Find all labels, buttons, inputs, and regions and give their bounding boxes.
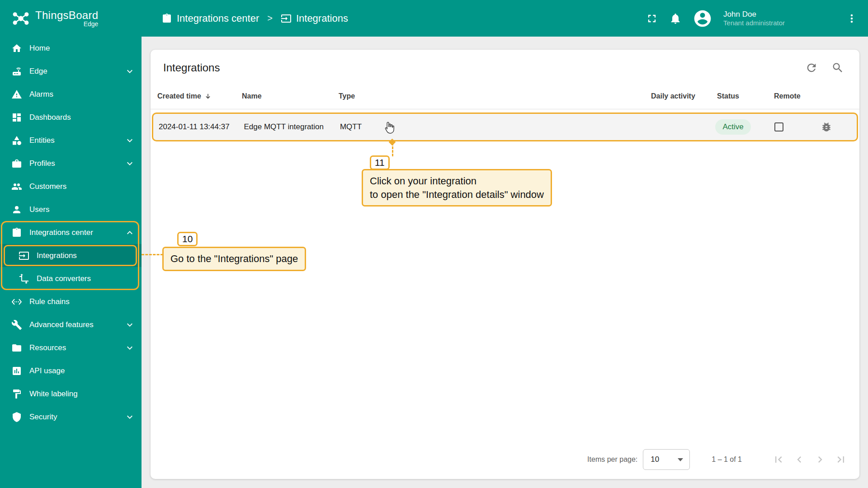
sidebar-item-white-labeling[interactable]: White labeling: [0, 382, 142, 405]
sidebar-item-users[interactable]: Users: [0, 198, 142, 221]
fullscreen-icon: [646, 12, 658, 25]
sidebar-item-api-usage[interactable]: API usage: [0, 359, 142, 382]
cell-name: Edge MQTT integration: [244, 122, 340, 131]
debug-button[interactable]: [821, 121, 832, 133]
breadcrumb-integrations[interactable]: Integrations: [281, 13, 348, 24]
users-icon: [11, 204, 22, 215]
remote-checkbox[interactable]: [774, 122, 783, 131]
table-header-row: Created time Name Type Daily activity St…: [151, 74, 859, 109]
sidebar-item-integrations[interactable]: Integrations: [0, 244, 142, 267]
sidebar-item-label: Entities: [29, 136, 55, 145]
column-header-status: Status: [717, 92, 774, 100]
integrations-center-icon: [161, 13, 172, 24]
sidebar-item-label: Users: [29, 205, 49, 214]
sidebar-item-edge[interactable]: Edge: [0, 60, 142, 83]
chevron-right-icon: [814, 453, 826, 466]
edge-icon: [11, 66, 22, 77]
sidebar-item-label: Security: [29, 413, 57, 422]
cell-created-time: 2024-01-11 13:44:37: [153, 122, 244, 131]
cell-status: Active: [715, 119, 772, 135]
refresh-icon: [805, 61, 818, 74]
sort-desc-arrow-icon: [204, 92, 212, 100]
security-shield-icon: [11, 412, 22, 422]
breadcrumb-label: Integrations center: [177, 13, 259, 24]
sidebar-item-label: Data converters: [37, 274, 91, 283]
sidebar-item-advanced-features[interactable]: Advanced features: [0, 313, 142, 336]
data-converters-icon: [19, 273, 29, 284]
more-menu-button[interactable]: [845, 12, 858, 25]
main-content: Integrations Created time Name Type Dail…: [142, 37, 868, 488]
rule-chains-icon: [11, 296, 22, 307]
refresh-button[interactable]: [805, 61, 818, 74]
chevron-down-icon: [124, 158, 135, 169]
sidebar-item-label: Dashboards: [29, 113, 71, 122]
search-icon: [831, 61, 844, 74]
integrations-icon: [281, 13, 292, 24]
previous-page-button[interactable]: [789, 453, 810, 466]
cell-remote: [772, 122, 820, 131]
table-row-edge-mqtt-integration[interactable]: 2024-01-11 13:44:37 Edge MQTT integratio…: [152, 113, 858, 141]
chevron-down-icon: [124, 66, 135, 77]
breadcrumb-integrations-center[interactable]: Integrations center: [161, 13, 259, 24]
bell-icon: [669, 12, 682, 25]
bug-icon: [821, 121, 832, 133]
sidebar-item-alarms[interactable]: Alarms: [0, 83, 142, 106]
alarm-warning-icon: [11, 89, 22, 100]
sidebar-item-entities[interactable]: Entities: [0, 129, 142, 152]
breadcrumb-separator: >: [265, 13, 274, 23]
sidebar-item-label: Customers: [29, 182, 66, 191]
sidebar-item-profiles[interactable]: Profiles: [0, 152, 142, 175]
items-per-page-value: 10: [651, 455, 659, 464]
white-labeling-icon: [11, 389, 22, 399]
integrations-icon: [19, 250, 29, 261]
user-name: John Doe: [723, 9, 785, 19]
chevron-down-icon: [124, 412, 135, 422]
column-header-created-time[interactable]: Created time: [151, 92, 242, 100]
sidebar-item-rule-chains[interactable]: Rule chains: [0, 290, 142, 313]
last-page-button[interactable]: [830, 453, 851, 466]
top-bar: Integrations center > Integrations John …: [142, 0, 868, 37]
chevron-up-icon: [124, 227, 135, 238]
next-page-button[interactable]: [810, 453, 830, 466]
sidebar-item-home[interactable]: Home: [0, 37, 142, 60]
fullscreen-button[interactable]: [646, 12, 658, 25]
first-page-button[interactable]: [768, 453, 789, 466]
profiles-icon: [11, 158, 22, 169]
integrations-card: Integrations Created time Name Type Dail…: [151, 50, 859, 479]
column-header-name[interactable]: Name: [242, 92, 339, 100]
sidebar-item-customers[interactable]: Customers: [0, 175, 142, 198]
resources-folder-icon: [11, 343, 22, 353]
sidebar-item-label: Integrations: [37, 251, 77, 260]
user-avatar[interactable]: [693, 9, 712, 28]
integrations-center-icon: [11, 227, 22, 238]
column-header-type[interactable]: Type: [339, 92, 651, 100]
customers-icon: [11, 181, 22, 192]
notifications-button[interactable]: [669, 12, 682, 25]
sidebar-item-label: Advanced features: [29, 320, 94, 329]
card-actions: [805, 61, 848, 74]
sidebar-item-data-converters[interactable]: Data converters: [0, 267, 142, 290]
chevron-down-icon: [124, 135, 135, 146]
sidebar-item-dashboards[interactable]: Dashboards: [0, 106, 142, 129]
thingsboard-logo-icon: [11, 9, 31, 28]
sidebar-item-label: Resources: [29, 343, 66, 352]
sidebar: ThingsBoard Edge Home Edge Alarms Dashbo…: [0, 0, 142, 488]
app-logo[interactable]: ThingsBoard Edge: [0, 0, 142, 37]
items-per-page-select[interactable]: 10: [643, 449, 690, 470]
sidebar-item-resources[interactable]: Resources: [0, 336, 142, 359]
search-button[interactable]: [831, 61, 844, 74]
logo-title: ThingsBoard: [35, 9, 98, 21]
entities-icon: [11, 135, 22, 146]
table-body: 2024-01-11 13:44:37 Edge MQTT integratio…: [151, 109, 859, 141]
dashboards-icon: [11, 112, 22, 123]
sidebar-item-label: API usage: [29, 366, 65, 375]
column-header-daily-activity: Daily activity: [651, 92, 717, 100]
last-page-icon: [835, 453, 847, 466]
cell-type: MQTT: [340, 122, 650, 131]
sidebar-item-label: Edge: [29, 67, 47, 76]
logo-subtitle: Edge: [84, 21, 99, 28]
sidebar-item-security[interactable]: Security: [0, 405, 142, 428]
sidebar-item-label: Integrations center: [29, 228, 93, 237]
pagination-range-label: 1 – 1 of 1: [712, 455, 742, 464]
sidebar-item-integrations-center[interactable]: Integrations center: [0, 221, 142, 244]
